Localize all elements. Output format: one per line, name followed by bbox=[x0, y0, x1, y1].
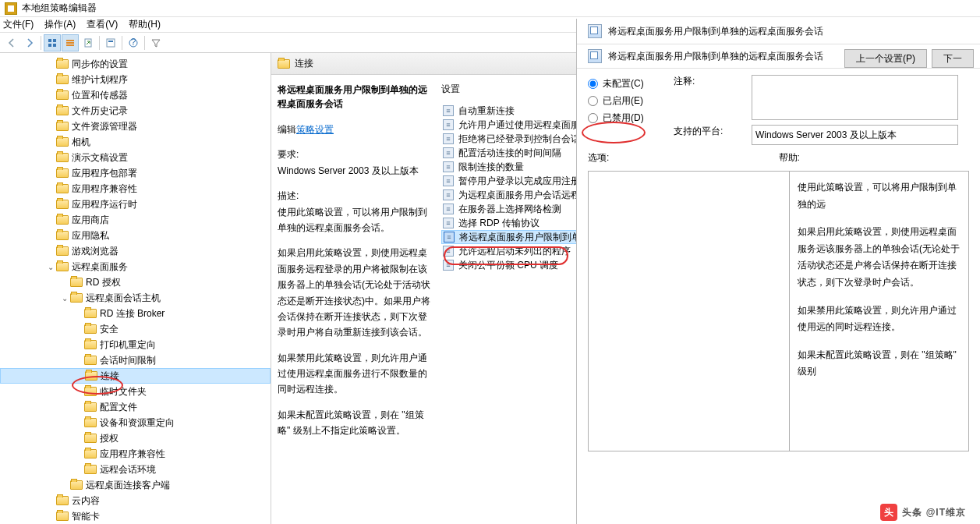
menu-view[interactable]: 查看(V) bbox=[87, 18, 118, 31]
policy-item-icon: ≡ bbox=[443, 133, 454, 144]
tree-item[interactable]: 同步你的设置 bbox=[0, 56, 271, 72]
next-setting-button[interactable]: 下一 bbox=[932, 49, 974, 68]
watermark-logo: 头 bbox=[880, 504, 897, 521]
tree-item[interactable]: 安全 bbox=[0, 321, 271, 337]
tree-item[interactable]: 应用程序兼容性 bbox=[0, 446, 271, 462]
tree-item[interactable]: 会话时间限制 bbox=[0, 352, 271, 368]
radio-disabled[interactable]: 已禁用(D) bbox=[588, 109, 652, 126]
tree-item[interactable]: 游戏浏览器 bbox=[0, 243, 271, 259]
tree-item[interactable]: 应用隐私 bbox=[0, 228, 271, 243]
chevron-down-icon[interactable]: ⌄ bbox=[59, 294, 70, 303]
policy-dialog: 将远程桌面服务用户限制到单独的远程桌面服务会话 将远程桌面服务用户限制到单独的远… bbox=[576, 19, 980, 524]
svg-rect-1 bbox=[53, 39, 56, 42]
properties-icon[interactable] bbox=[102, 34, 119, 51]
export-icon[interactable] bbox=[80, 34, 97, 51]
tree-item[interactable]: 演示文稿设置 bbox=[0, 150, 271, 165]
folder-icon bbox=[84, 324, 97, 334]
tree-item[interactable]: 相机 bbox=[0, 134, 271, 150]
tree-item[interactable]: 授权 bbox=[0, 430, 271, 446]
folder-icon bbox=[278, 59, 290, 69]
tree-item[interactable]: 打印机重定向 bbox=[0, 337, 271, 352]
policy-item-icon: ≡ bbox=[443, 204, 454, 214]
folder-icon bbox=[84, 387, 97, 396]
menu-file[interactable]: 文件(F) bbox=[3, 18, 34, 31]
settings-item-label: 选择 RDP 传输协议 bbox=[458, 217, 540, 230]
prev-setting-button[interactable]: 上一个设置(P) bbox=[844, 49, 927, 68]
tree-item[interactable]: 远程会话环境 bbox=[0, 462, 271, 477]
tree-item[interactable]: 连接 bbox=[0, 368, 271, 384]
edit-policy-link[interactable]: 策略设置 bbox=[296, 124, 334, 135]
tree-item[interactable]: 配置文件 bbox=[0, 399, 271, 415]
folder-icon bbox=[56, 153, 69, 162]
tree-item[interactable]: 智能卡 bbox=[0, 508, 271, 524]
tree-item[interactable]: 文件历史记录 bbox=[0, 103, 271, 119]
tree-item-label: 应用商店 bbox=[72, 214, 109, 227]
view-large-icon[interactable] bbox=[44, 34, 61, 51]
tree-item[interactable]: ⌄远程桌面会话主机 bbox=[0, 290, 271, 306]
radio-enabled[interactable]: 已启用(E) bbox=[588, 92, 652, 109]
comment-box[interactable] bbox=[752, 75, 958, 120]
tree-item[interactable]: 临时文件夹 bbox=[0, 384, 271, 399]
folder-icon bbox=[56, 496, 69, 505]
back-button[interactable] bbox=[3, 34, 20, 51]
help-label: 帮助: bbox=[779, 151, 970, 165]
tree-item-label: RD 连接 Broker bbox=[100, 307, 165, 320]
tree-item[interactable]: 云内容 bbox=[0, 493, 271, 508]
svg-rect-9 bbox=[108, 41, 113, 42]
tree-item-label: 临时文件夹 bbox=[100, 385, 147, 398]
menu-help[interactable]: 帮助(H) bbox=[129, 18, 161, 31]
tree-item[interactable]: 应用程序兼容性 bbox=[0, 181, 271, 196]
tree-item-label: 相机 bbox=[72, 136, 90, 149]
tree-item[interactable]: RD 授权 bbox=[0, 274, 271, 290]
tree-pane[interactable]: 同步你的设置维护计划程序位置和传感器文件历史记录文件资源管理器相机演示文稿设置应… bbox=[0, 53, 271, 524]
tree-item-label: 同步你的设置 bbox=[72, 58, 128, 71]
policy-item-icon: ≡ bbox=[443, 218, 454, 228]
filter-icon[interactable] bbox=[147, 34, 165, 51]
help-area: 使用此策略设置，可以将用户限制到单独的远 如果启用此策略设置，则使用远程桌面服务… bbox=[789, 171, 969, 451]
policy-item-icon: ≡ bbox=[443, 246, 454, 257]
tree-item[interactable]: 设备和资源重定向 bbox=[0, 415, 271, 430]
detail-column: 将远程桌面服务用户限制到单独的远程桌面服务会话 编辑策略设置 要求:Window… bbox=[278, 83, 441, 516]
window-title: 本地组策略编辑器 bbox=[22, 2, 97, 15]
radio-unconfigured[interactable]: 未配置(C) bbox=[588, 75, 652, 92]
folder-icon bbox=[56, 184, 69, 193]
forward-button[interactable] bbox=[21, 34, 38, 51]
svg-rect-6 bbox=[66, 44, 74, 46]
tree-item-label: 设备和资源重定向 bbox=[100, 416, 175, 430]
tree-item[interactable]: ⌄远程桌面服务 bbox=[0, 259, 271, 274]
tree-item[interactable]: 应用商店 bbox=[0, 212, 271, 228]
dialog-title: 将远程桌面服务用户限制到单独的远程桌面服务会话 bbox=[608, 25, 823, 38]
folder-icon bbox=[70, 293, 83, 303]
policy-item-icon: ≡ bbox=[443, 161, 454, 172]
folder-icon bbox=[56, 106, 69, 115]
tree-item-label: 游戏浏览器 bbox=[72, 245, 119, 258]
folder-icon bbox=[84, 418, 97, 427]
svg-rect-8 bbox=[107, 39, 115, 47]
policy-icon bbox=[588, 49, 602, 63]
help-icon[interactable]: ? bbox=[125, 34, 142, 51]
tree-item[interactable]: 应用程序运行时 bbox=[0, 196, 271, 212]
policy-title: 将远程桌面服务用户限制到单独的远程桌面服务会话 bbox=[278, 83, 433, 111]
tree-item-label: 应用程序兼容性 bbox=[72, 182, 137, 196]
tree-item-label: RD 授权 bbox=[86, 276, 121, 289]
tree-item[interactable]: 远程桌面连接客户端 bbox=[0, 477, 271, 493]
menu-action[interactable]: 操作(A) bbox=[44, 18, 76, 31]
dialog-subtitle: 将远程桌面服务用户限制到单独的远程桌面服务会话 bbox=[608, 50, 823, 63]
tree-item[interactable]: 位置和传感器 bbox=[0, 87, 271, 103]
policy-item-icon: ≡ bbox=[443, 119, 454, 130]
tree-item-label: 应用程序兼容性 bbox=[100, 448, 165, 461]
policy-item-icon: ≡ bbox=[444, 232, 455, 243]
svg-rect-2 bbox=[48, 44, 51, 47]
tree-item[interactable]: 应用程序包部署 bbox=[0, 165, 271, 181]
tree-item[interactable]: 维护计划程序 bbox=[0, 72, 271, 87]
view-list-icon[interactable] bbox=[62, 34, 79, 51]
chevron-down-icon[interactable]: ⌄ bbox=[45, 263, 56, 271]
folder-icon bbox=[56, 59, 69, 69]
tree-item[interactable]: 文件资源管理器 bbox=[0, 119, 271, 134]
radio-group: 未配置(C) 已启用(E) 已禁用(D) bbox=[577, 69, 663, 148]
svg-rect-3 bbox=[53, 44, 56, 47]
settings-item-label: 自动重新连接 bbox=[458, 104, 515, 118]
folder-icon bbox=[56, 512, 69, 521]
tree-item[interactable]: RD 连接 Broker bbox=[0, 306, 271, 321]
folder-icon bbox=[70, 278, 83, 287]
